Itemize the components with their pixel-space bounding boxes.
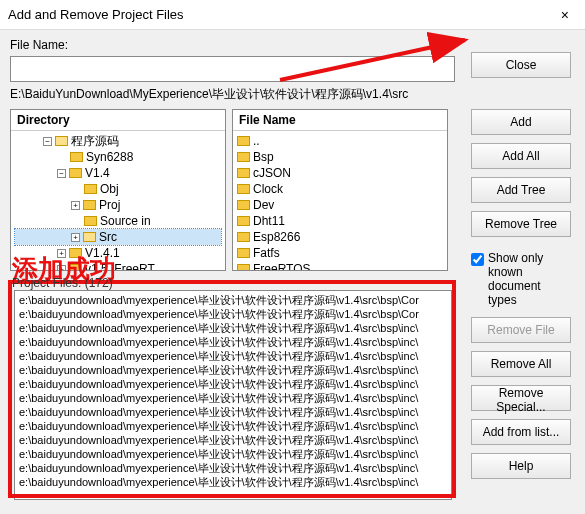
expand-icon[interactable]: + <box>57 265 66 272</box>
current-path: E:\BaiduYunDownload\MyExperience\毕业设计\软件… <box>10 86 455 103</box>
file-item[interactable]: Dht11 <box>237 213 443 229</box>
folder-icon <box>237 248 250 258</box>
window-title: Add and Remove Project Files <box>8 7 553 22</box>
tree-item[interactable]: +v1.5_FreeRT <box>15 261 221 271</box>
folder-icon <box>237 264 250 271</box>
tree-item[interactable]: Obj <box>15 181 221 197</box>
file-item[interactable]: Esp8266 <box>237 229 443 245</box>
file-item[interactable]: Dev <box>237 197 443 213</box>
file-name-label: File Name: <box>10 38 68 52</box>
remove-all-button[interactable]: Remove All <box>471 351 571 377</box>
folder-icon <box>84 184 97 194</box>
project-file-line[interactable]: e:\baiduyundownload\myexperience\毕业设计\软件… <box>19 307 447 321</box>
project-file-line[interactable]: e:\baiduyundownload\myexperience\毕业设计\软件… <box>19 363 447 377</box>
project-file-line[interactable]: e:\baiduyundownload\myexperience\毕业设计\软件… <box>19 293 447 307</box>
expand-icon[interactable]: + <box>71 233 80 242</box>
file-item[interactable]: Clock <box>237 181 443 197</box>
remove-tree-button[interactable]: Remove Tree <box>471 211 571 237</box>
folder-icon <box>83 200 96 210</box>
folder-icon <box>69 264 82 271</box>
project-file-line[interactable]: e:\baiduyundownload\myexperience\毕业设计\软件… <box>19 321 447 335</box>
tree-item[interactable]: −程序源码 <box>15 133 221 149</box>
help-button[interactable]: Help <box>471 453 571 479</box>
project-files-label: Project Files: (172) <box>12 276 113 290</box>
folder-icon <box>237 152 250 162</box>
project-file-line[interactable]: e:\baiduyundownload\myexperience\毕业设计\软件… <box>19 419 447 433</box>
project-file-line[interactable]: e:\baiduyundownload\myexperience\毕业设计\软件… <box>19 447 447 461</box>
show-known-label: Show only known document types <box>488 251 571 307</box>
file-item[interactable]: FreeRTOS <box>237 261 443 271</box>
folder-icon <box>237 184 250 194</box>
folder-icon <box>237 200 250 210</box>
add-tree-button[interactable]: Add Tree <box>471 177 571 203</box>
tree-item[interactable]: −V1.4 <box>15 165 221 181</box>
window-close-icon[interactable]: × <box>553 7 577 23</box>
tree-item[interactable]: +Proj <box>15 197 221 213</box>
file-item[interactable]: Fatfs <box>237 245 443 261</box>
file-item[interactable]: Bsp <box>237 149 443 165</box>
project-file-line[interactable]: e:\baiduyundownload\myexperience\毕业设计\软件… <box>19 405 447 419</box>
tree-item[interactable]: Syn6288 <box>15 149 221 165</box>
expand-icon[interactable]: − <box>57 169 66 178</box>
add-from-list-button[interactable]: Add from list... <box>471 419 571 445</box>
expand-icon[interactable]: + <box>57 249 66 258</box>
remove-file-button[interactable]: Remove File <box>471 317 571 343</box>
folder-icon <box>70 152 83 162</box>
add-button[interactable]: Add <box>471 109 571 135</box>
tree-item[interactable]: Source in <box>15 213 221 229</box>
folder-icon <box>84 216 97 226</box>
close-button[interactable]: Close <box>471 52 571 78</box>
file-item[interactable]: .. <box>237 133 443 149</box>
folder-icon <box>69 168 82 178</box>
file-pane: File Name ..BspcJSONClockDevDht11Esp8266… <box>232 109 448 271</box>
folder-icon <box>237 232 250 242</box>
project-file-line[interactable]: e:\baiduyundownload\myexperience\毕业设计\软件… <box>19 461 447 475</box>
project-files-list[interactable]: e:\baiduyundownload\myexperience\毕业设计\软件… <box>14 290 452 500</box>
project-file-line[interactable]: e:\baiduyundownload\myexperience\毕业设计\软件… <box>19 433 447 447</box>
tree-item[interactable]: +V1.4.1 <box>15 245 221 261</box>
file-list[interactable]: ..BspcJSONClockDevDht11Esp8266FatfsFreeR… <box>233 131 447 271</box>
directory-header: Directory <box>11 110 225 131</box>
file-header: File Name <box>233 110 447 131</box>
remove-special-button[interactable]: Remove Special... <box>471 385 571 411</box>
folder-icon <box>237 136 250 146</box>
collapse-icon[interactable]: − <box>43 137 52 146</box>
project-file-line[interactable]: e:\baiduyundownload\myexperience\毕业设计\软件… <box>19 335 447 349</box>
folder-icon <box>237 216 250 226</box>
folder-icon <box>69 248 82 258</box>
folder-icon <box>237 168 250 178</box>
project-file-line[interactable]: e:\baiduyundownload\myexperience\毕业设计\软件… <box>19 475 447 489</box>
show-known-checkbox[interactable] <box>471 253 484 266</box>
project-file-line[interactable]: e:\baiduyundownload\myexperience\毕业设计\软件… <box>19 377 447 391</box>
file-item[interactable]: cJSON <box>237 165 443 181</box>
tree-item[interactable]: +Src <box>15 229 221 245</box>
folder-icon <box>83 232 96 242</box>
titlebar: Add and Remove Project Files × <box>0 0 585 30</box>
directory-tree[interactable]: −程序源码Syn6288−V1.4Obj+ProjSource in+Src+V… <box>11 131 225 271</box>
project-file-line[interactable]: e:\baiduyundownload\myexperience\毕业设计\软件… <box>19 391 447 405</box>
folder-icon <box>55 136 68 146</box>
add-all-button[interactable]: Add All <box>471 143 571 169</box>
file-name-input[interactable] <box>10 56 455 82</box>
expand-icon[interactable]: + <box>71 201 80 210</box>
directory-pane: Directory −程序源码Syn6288−V1.4Obj+ProjSourc… <box>10 109 226 271</box>
project-file-line[interactable]: e:\baiduyundownload\myexperience\毕业设计\软件… <box>19 349 447 363</box>
